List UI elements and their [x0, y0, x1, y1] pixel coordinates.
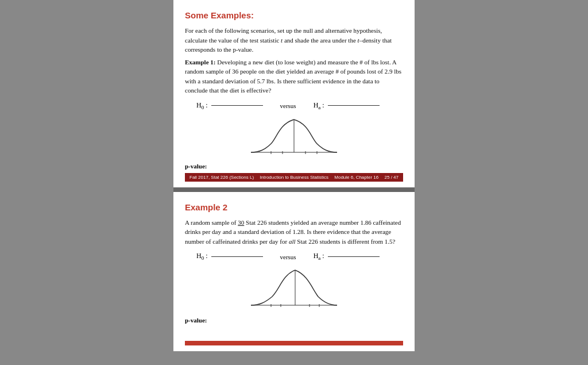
footer-page: 25 / 47 — [385, 175, 399, 180]
slide2-num: 30 — [238, 219, 244, 226]
slide1-h0-line — [211, 105, 263, 106]
slide1-versus: versus — [280, 102, 296, 109]
slide1-ha-line — [328, 105, 380, 106]
slide-2: Example 2 A random sample of 30 Stat 226… — [173, 192, 415, 351]
slide2-bottom-bar — [185, 341, 403, 345]
slide2-h0-label: H0 : — [196, 252, 208, 261]
slide2-versus: versus — [280, 253, 296, 260]
t-density: t — [358, 37, 359, 44]
footer-module: Module 6, Chapter 16 — [334, 175, 378, 180]
slide-1: Some Examples: For each of the following… — [173, 0, 415, 187]
slide1-pvalue: p-value: — [185, 163, 403, 170]
footer-center: Introduction to Business Statistics — [260, 175, 328, 180]
slide1-bell-curve — [185, 115, 403, 158]
example1-label: Example 1: — [185, 59, 215, 66]
slide2-ha-line — [328, 256, 380, 257]
slide2-title: Example 2 — [185, 202, 403, 212]
slide2-h0-line — [211, 256, 263, 257]
slide2-bell-curve — [185, 266, 403, 312]
footer-left: Fall 2017, Stat 226 (Sections L) — [189, 175, 254, 180]
slide2-body: A random sample of 30 Stat 226 students … — [185, 218, 403, 247]
all-italic: all — [289, 238, 296, 245]
slide1-example: Example 1: Developing a new diet (to los… — [185, 57, 403, 95]
slide1-body: For each of the following scenarios, set… — [185, 26, 403, 95]
slide1-title: Some Examples: — [185, 10, 403, 20]
slide-divider — [173, 187, 415, 192]
slide1-hypothesis: H0 : versus Ha : — [196, 101, 403, 110]
slide1-footer: Fall 2017, Stat 226 (Sections L) Introdu… — [185, 173, 403, 182]
t-var: t — [281, 37, 283, 44]
with-text: with — [185, 78, 196, 84]
slide2-text: A random sample of 30 Stat 226 students … — [185, 218, 403, 247]
slide2-ha-label: Ha : — [314, 252, 324, 261]
page-container: Some Examples: For each of the following… — [173, 0, 415, 351]
slide2-pvalue: p-value: — [185, 317, 403, 324]
slide2-hypothesis: H0 : versus Ha : — [196, 252, 403, 261]
bell-svg-1 — [248, 115, 340, 158]
slide1-ha-label: Ha : — [314, 101, 324, 110]
slide1-intro: For each of the following scenarios, set… — [185, 26, 403, 55]
bell-svg-2 — [248, 266, 340, 312]
slide1-h0-label: H0 : — [196, 101, 208, 110]
